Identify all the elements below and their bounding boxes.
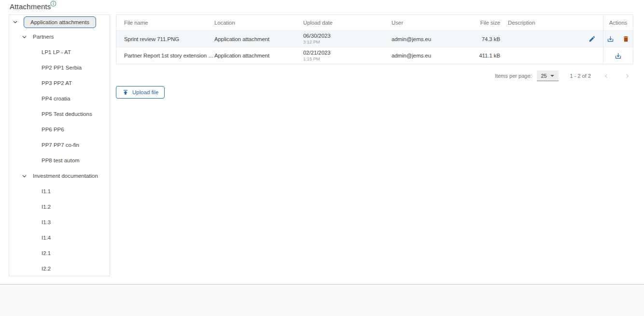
tree-row: I2.1	[9, 245, 110, 261]
tree-row: I1.1	[9, 184, 110, 199]
edit-description-icon[interactable]	[588, 35, 596, 43]
column-header-file-size: File size	[466, 20, 504, 26]
table-row[interactable]: Partner Report 1st story extension – Sp.…	[116, 47, 633, 64]
tree-item[interactable]: I1.2	[42, 204, 51, 210]
delete-icon[interactable]	[622, 35, 630, 43]
chevron-down-icon[interactable]	[21, 34, 27, 40]
tree-item-application-attachments[interactable]: Application attachments	[24, 16, 96, 28]
upload-date: 06/30/2023	[303, 33, 392, 39]
location-cell: Application attachment	[214, 53, 303, 58]
actions-cell	[603, 31, 633, 47]
location-cell: Application attachment	[214, 36, 303, 42]
table-row[interactable]: Sprint review 711.PNG Application attach…	[116, 31, 633, 47]
user-cell: admin@jems.eu	[392, 36, 466, 42]
file-name-cell: Sprint review 711.PNG	[116, 36, 214, 42]
tree-item[interactable]: I1.3	[42, 219, 51, 225]
info-icon[interactable]	[50, 0, 56, 7]
tree-row-group: Partners	[9, 29, 110, 44]
tree-item-partners[interactable]: Partners	[33, 34, 54, 40]
paginator: Items per page: 25 1 - 2 of 2	[495, 69, 633, 83]
tree-item-investment-documentation[interactable]: Investment documentation	[33, 173, 98, 179]
tree-row: I1.4	[9, 230, 110, 245]
tree-item[interactable]: I2.2	[42, 266, 51, 272]
upload-time: 3:12 PM	[303, 40, 392, 44]
previous-page-button[interactable]	[600, 70, 612, 82]
actions-cell	[603, 47, 633, 64]
tree-item[interactable]: PP8 test autom	[42, 158, 80, 163]
chevron-down-icon[interactable]	[12, 19, 18, 25]
file-name-cell: Partner Report 1st story extension – Sp.…	[116, 53, 214, 58]
next-page-button[interactable]	[621, 70, 633, 82]
column-header-user: User	[392, 20, 466, 26]
tree-item[interactable]: PP7 PP7 co-fin	[42, 142, 79, 148]
tree-item[interactable]: I1.1	[42, 188, 51, 194]
tree-row: PP2 PP1 Serbia	[9, 60, 110, 75]
download-icon[interactable]	[606, 35, 615, 43]
upload-file-button[interactable]: Upload file	[116, 86, 165, 99]
attachments-tree-panel: Application attachments Partners LP1 LP …	[9, 14, 110, 276]
chevron-down-icon[interactable]	[21, 173, 27, 179]
tree-item[interactable]: PP6 PP6	[42, 127, 64, 132]
tree-row: I1.3	[9, 215, 110, 230]
tree-item[interactable]: I2.1	[42, 250, 51, 256]
tree-item[interactable]: LP1 LP - AT	[42, 49, 71, 55]
table-header-row: File name Location Upload date User File…	[116, 15, 633, 31]
tree-item[interactable]: PP3 PP2 AT	[42, 80, 72, 86]
column-header-actions: Actions	[603, 15, 633, 30]
tree-row-root: Application attachments	[9, 15, 110, 29]
column-header-file-name: File name	[116, 20, 214, 26]
page-footer-area	[0, 285, 644, 316]
content-card: Attachments Application attachments Part…	[0, 0, 644, 285]
upload-icon	[122, 89, 129, 96]
tree-row: LP1 LP - AT	[9, 44, 110, 60]
upload-date-cell: 06/30/2023 3:12 PM	[303, 33, 392, 44]
tree-row: I2.2	[9, 261, 110, 276]
items-per-page-label: Items per page:	[495, 73, 532, 79]
items-per-page-select[interactable]: 25	[537, 71, 559, 81]
tree-row: I1.2	[9, 199, 110, 215]
upload-file-label: Upload file	[132, 89, 158, 95]
tree-item[interactable]: PP5 Test deductions	[42, 111, 92, 117]
tree-row: PP6 PP6	[9, 122, 110, 137]
tree-row: PP5 Test deductions	[9, 106, 110, 122]
download-icon[interactable]	[614, 51, 623, 60]
upload-date: 02/21/2023	[303, 50, 392, 56]
column-header-description: Description	[504, 20, 603, 26]
upload-time: 1:15 PM	[303, 57, 392, 61]
attachments-table: File name Location Upload date User File…	[116, 14, 633, 64]
page-title: Attachments	[10, 2, 51, 11]
description-cell	[504, 35, 603, 43]
page-range-label: 1 - 2 of 2	[570, 73, 591, 79]
tree-row: PP4 croatia	[9, 91, 110, 106]
tree-item[interactable]: I1.4	[42, 235, 51, 241]
file-size-cell: 74.3 kB	[466, 36, 504, 42]
items-per-page-value: 25	[541, 73, 546, 79]
column-header-upload-date: Upload date	[303, 20, 392, 26]
tree-item[interactable]: PP4 croatia	[42, 96, 70, 101]
tree-row: PP3 PP2 AT	[9, 75, 110, 91]
user-cell: admin@jems.eu	[392, 53, 466, 58]
column-header-location: Location	[214, 20, 303, 26]
upload-date-cell: 02/21/2023 1:15 PM	[303, 50, 392, 61]
tree-row: PP8 test autom	[9, 153, 110, 168]
tree-item[interactable]: PP2 PP1 Serbia	[42, 65, 82, 71]
file-size-cell: 411.1 kB	[466, 53, 504, 58]
tree-row-group: Investment documentation	[9, 168, 110, 184]
tree-row: PP7 PP7 co-fin	[9, 137, 110, 153]
caret-down-icon	[550, 75, 554, 77]
